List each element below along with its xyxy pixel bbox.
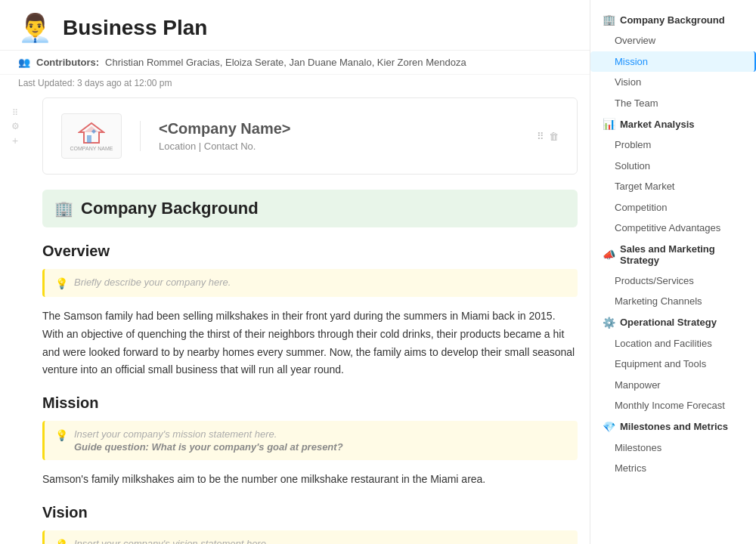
block-actions: ⠿ 🗑 [537, 131, 559, 142]
vision-title: Vision [42, 504, 578, 521]
sidebar-item-monthly-income[interactable]: Monthly Income Forecast [590, 395, 756, 416]
building-icon-section: 🏢 [54, 199, 73, 218]
vision-hint-main: Insert your company's vision statement h… [74, 538, 341, 544]
doc-content: COMPANY NAME <Company Name> Location | C… [30, 97, 590, 544]
sidebar-item-location-facilities[interactable]: Location and Facilities [590, 333, 756, 354]
svg-rect-2 [87, 135, 91, 143]
sidebar-item-problem[interactable]: Problem [590, 134, 756, 156]
mission-title: Mission [42, 394, 578, 412]
contributors-icon: 👥 [18, 57, 30, 68]
overview-hint-text: Briefly describe your company here. [74, 277, 231, 288]
sidebar-item-vision[interactable]: Vision [590, 72, 756, 93]
sidebar-item-equipment-tools[interactable]: Equipment and Tools [590, 354, 756, 375]
sidebar-section-company-background[interactable]: 🏢 Company Background [590, 9, 756, 30]
drag-dots-icon[interactable]: ⠿ [537, 131, 544, 142]
sidebar-item-metrics[interactable]: Metrics [590, 458, 756, 479]
sidebar-section-label: Market Analysis [620, 119, 695, 130]
company-details: <Company Name> Location | Contact No. [159, 120, 291, 152]
bulb-icon-vision: 💡 [55, 539, 68, 544]
sidebar-item-target-market[interactable]: Target Market [590, 176, 756, 197]
gear-icon: ⚙️ [603, 317, 615, 329]
sidebar-item-solution[interactable]: Solution [590, 156, 756, 177]
row-controls: ⠿ ⚙ + [0, 97, 30, 544]
page-emoji: 👨‍💼 [18, 12, 52, 44]
sidebar-item-manpower[interactable]: Manpower [590, 375, 756, 396]
mission-hint-content: Insert your company's mission statement … [74, 428, 343, 453]
diamond-icon: 💎 [603, 421, 615, 433]
company-logo: COMPANY NAME [61, 113, 122, 159]
megaphone-icon: 📣 [603, 249, 615, 261]
overview-body: The Samson family had been selling milks… [42, 308, 578, 379]
sidebar-item-the-team[interactable]: The Team [590, 93, 756, 114]
main-content: 👨‍💼 Business Plan 👥 Contributors: Christ… [0, 0, 590, 544]
company-logo-svg [78, 122, 105, 144]
sidebar-item-products-services[interactable]: Products/Services [590, 270, 756, 292]
sidebar-section-milestones[interactable]: 💎 Milestones and Metrics [590, 416, 756, 437]
doc-body: ⠿ ⚙ + COMPANY NAME [0, 97, 590, 544]
page-title: Business Plan [63, 16, 207, 40]
settings-icon[interactable]: ⚙ [11, 121, 20, 131]
mission-hint-guide: Guide question: What is your company's g… [74, 441, 343, 453]
company-name[interactable]: <Company Name> [159, 120, 291, 138]
sidebar-section-label: Milestones and Metrics [620, 421, 728, 432]
add-block-icon[interactable]: + [12, 134, 18, 147]
company-background-header: 🏢 Company Background [42, 190, 578, 227]
mission-hint-main: Insert your company's mission statement … [74, 428, 343, 440]
section-title: Company Background [81, 199, 259, 218]
sidebar-item-marketing-channels[interactable]: Marketing Channels [590, 291, 756, 312]
company-logo-text: COMPANY NAME [70, 146, 113, 151]
contributors-names: Christian Rommel Gracias, Eloiza Serate,… [105, 57, 466, 68]
sidebar-item-milestones[interactable]: Milestones [590, 437, 756, 459]
overview-title: Overview [42, 243, 578, 260]
last-updated: Last Updated: 3 days ago at 12:00 pm [0, 75, 590, 97]
chart-icon: 📊 [603, 118, 615, 130]
mission-hint: 💡 Insert your company's mission statemen… [42, 421, 578, 460]
sidebar-section-market-analysis[interactable]: 📊 Market Analysis [590, 113, 756, 134]
company-divider [140, 121, 141, 151]
sidebar-section-label: Sales and Marketing Strategy [620, 243, 744, 266]
drag-handle-icon[interactable]: ⠿ [12, 108, 18, 118]
building-icon: 🏢 [603, 14, 615, 26]
sidebar-section-sales-marketing[interactable]: 📣 Sales and Marketing Strategy [590, 239, 756, 270]
bulb-icon-mission: 💡 [55, 429, 68, 441]
sidebar-item-mission[interactable]: Mission [590, 51, 756, 73]
delete-icon[interactable]: 🗑 [549, 131, 559, 142]
sidebar-section-label: Operational Strategy [620, 317, 717, 328]
company-card: COMPANY NAME <Company Name> Location | C… [42, 97, 578, 175]
sidebar-item-competition[interactable]: Competition [590, 197, 756, 218]
sidebar-section-label: Company Background [620, 14, 725, 26]
sidebar-section-operational-strategy[interactable]: ⚙️ Operational Strategy [590, 312, 756, 333]
bulb-icon: 💡 [55, 277, 68, 289]
vision-hint: 💡 Insert your company's vision statement… [42, 530, 578, 544]
company-contact: Location | Contact No. [159, 141, 291, 152]
sidebar: 🏢 Company Background Overview Mission Vi… [590, 0, 756, 544]
vision-hint-content: Insert your company's vision statement h… [74, 538, 341, 544]
contributors-bar: 👥 Contributors: Christian Rommel Gracias… [0, 51, 590, 75]
overview-hint: 💡 Briefly describe your company here. [42, 269, 578, 297]
mission-body: Samson's family milkshakes aim to be the… [42, 471, 578, 489]
contributors-label: Contributors: [36, 57, 99, 68]
sidebar-item-overview[interactable]: Overview [590, 30, 756, 51]
sidebar-item-competitive-advantages[interactable]: Competitive Advantages [590, 218, 756, 239]
page-header: 👨‍💼 Business Plan [0, 0, 590, 51]
